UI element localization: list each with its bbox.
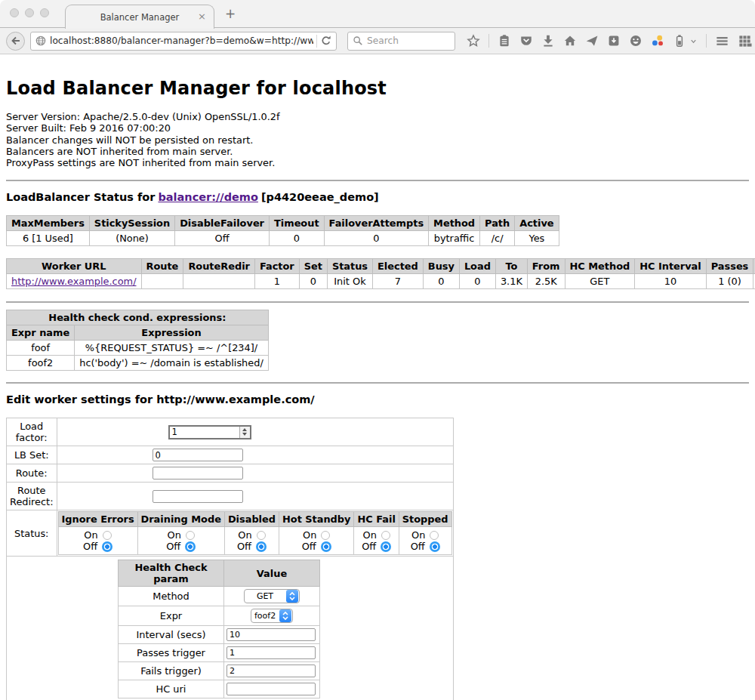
close-window-button[interactable] (10, 8, 19, 17)
tab-title: Balancer Manager (100, 12, 180, 23)
info-line: Server Built: Feb 9 2016 07:00:20 (6, 122, 749, 134)
radio-label: On (238, 529, 251, 541)
hc-uri-input[interactable] (226, 683, 316, 695)
url-bar[interactable] (30, 32, 337, 51)
downloads-icon[interactable] (541, 34, 555, 48)
menu-icon[interactable] (715, 34, 729, 48)
emoji-icon[interactable] (629, 34, 643, 48)
load-factor-field[interactable] (168, 425, 251, 439)
divider (6, 180, 749, 181)
table-row: 6 [1 Used] (None) Off 0 0 bytraffic /c/ … (7, 231, 559, 246)
table-header-row: MaxMembers StickySession DisableFailover… (7, 216, 559, 231)
minimize-window-button[interactable] (25, 8, 34, 17)
home-icon[interactable] (563, 34, 577, 48)
cell: 7 (373, 274, 424, 289)
column-header: Set (299, 259, 327, 274)
route-redirect-input[interactable] (153, 490, 243, 503)
disabled-on-radio[interactable] (257, 531, 266, 540)
cell: Off (175, 231, 270, 246)
overflow-chevron-icon[interactable] (689, 37, 698, 45)
column-header: StickySession (89, 216, 174, 231)
colored-dots-extension-icon[interactable] (651, 34, 664, 48)
reading-list-icon[interactable] (498, 34, 511, 48)
column-header: From (527, 259, 565, 274)
search-input[interactable] (367, 35, 450, 46)
cell: hc('body') =~ /domain is established/ (75, 356, 268, 371)
bookmark-star-icon[interactable] (467, 34, 480, 48)
window-controls (10, 8, 49, 17)
site-globe-icon (35, 35, 47, 47)
column-header: Stopped (399, 512, 451, 527)
column-header: RouteRedir (183, 259, 255, 274)
column-header: MaxMembers (7, 216, 90, 231)
load-factor-input[interactable] (170, 427, 239, 438)
hc-fail-off-radio[interactable] (381, 541, 391, 552)
stopped-off-radio[interactable] (430, 541, 440, 552)
ignore-errors-on-radio[interactable] (103, 531, 112, 540)
hc-expr-select[interactable]: foof2 (251, 609, 293, 623)
number-spinner-icon[interactable] (239, 427, 250, 438)
radio-label: On (168, 529, 181, 541)
download-box-icon[interactable] (607, 34, 621, 48)
disabled-off-radio[interactable] (256, 541, 267, 552)
form-row: Expr foof2 (119, 606, 320, 626)
balancer-link[interactable]: balancer://demo (158, 191, 258, 203)
hot-standby-on-radio[interactable] (321, 531, 330, 540)
zoom-window-button[interactable] (40, 8, 49, 17)
field-label: Route Redirect: (7, 483, 57, 510)
worker-table: Worker URL Route RouteRedir Factor Set S… (6, 258, 755, 289)
pocket-icon[interactable] (519, 34, 533, 48)
hot-standby-off-radio[interactable] (321, 541, 331, 552)
tab-close-icon[interactable]: × (198, 11, 206, 22)
tab-grid-icon[interactable] (738, 34, 752, 48)
toolbar-buttons (467, 34, 752, 48)
reload-icon[interactable] (320, 35, 332, 47)
column-header: Status (327, 259, 372, 274)
lb-set-input[interactable] (153, 449, 243, 461)
column-header: Factor (254, 259, 299, 274)
search-bar[interactable] (347, 32, 455, 51)
hc-interval-input[interactable] (226, 628, 316, 641)
form-row: Passes trigger (119, 644, 320, 662)
table-row: foof %{REQUEST_STATUS} =~ /^[234]/ (7, 341, 269, 356)
radio-label: On (411, 529, 425, 541)
worker-url-link[interactable]: http://www.example.com/ (11, 276, 137, 287)
back-arrow-icon (10, 35, 22, 47)
cell: 3.1K (495, 274, 527, 289)
table-header-row: Expr name Expression (7, 325, 269, 341)
urlbar-divider (316, 35, 317, 48)
hc-method-select[interactable]: GET (244, 589, 300, 603)
cell: 0 (324, 231, 428, 246)
table-header-row: Health check cond. expressions: (7, 310, 269, 325)
field-label: Passes trigger (119, 644, 224, 662)
toolbar-divider (706, 34, 707, 48)
cell: http://www.example.com/ (7, 274, 142, 289)
hc-fails-input[interactable] (226, 665, 316, 677)
cell: 0 (459, 274, 495, 289)
browser-tab[interactable]: Balancer Manager × (65, 5, 214, 29)
column-header: Hot Standby (279, 512, 354, 527)
column-header: HC Fail (354, 512, 399, 527)
draining-mode-on-radio[interactable] (186, 531, 195, 540)
column-header: HC Method (565, 259, 635, 274)
form-row: Route: (7, 464, 454, 483)
table-row: foof2 hc('body') =~ /domain is establish… (7, 356, 269, 371)
radio-label: Off (237, 541, 251, 552)
browser-window: Balancer Manager × + (0, 0, 755, 700)
new-tab-button[interactable]: + (225, 6, 236, 21)
form-row: LB Set: (7, 446, 454, 464)
stopped-on-radio[interactable] (430, 531, 439, 540)
hc-passes-input[interactable] (226, 646, 316, 659)
back-button[interactable] (6, 32, 25, 51)
hc-fail-on-radio[interactable] (381, 531, 390, 540)
battery-icon[interactable] (673, 34, 686, 48)
send-tab-icon[interactable] (585, 34, 599, 48)
ignore-errors-off-radio[interactable] (102, 541, 112, 552)
route-input[interactable] (153, 467, 243, 480)
draining-mode-off-radio[interactable] (185, 541, 196, 552)
field-label: Fails trigger) (119, 662, 224, 680)
balancer-heading-suffix: [p4420eeae_demo] (261, 191, 379, 203)
divider (6, 301, 749, 303)
balancer-heading: LoadBalancer Status forbalancer://demo[p… (6, 191, 749, 203)
url-input[interactable] (50, 35, 313, 46)
